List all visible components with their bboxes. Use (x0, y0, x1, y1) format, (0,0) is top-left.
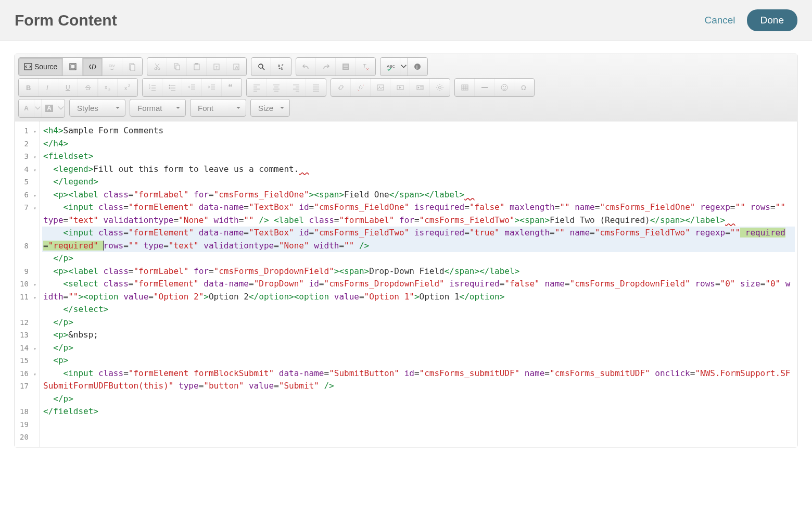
about-icon: i (413, 63, 422, 71)
svg-point-6 (155, 68, 157, 70)
align-center-button (267, 79, 286, 96)
subscript-button: x2 (98, 79, 118, 96)
svg-point-46 (505, 86, 506, 87)
svg-text:2: 2 (108, 88, 110, 92)
align-right-button (286, 79, 306, 96)
spellcheck-icon: ABC (386, 63, 395, 71)
subscript-icon: x2 (104, 83, 112, 92)
font-dropdown: Font (190, 99, 246, 117)
align-left-button (247, 79, 267, 96)
svg-rect-5 (131, 65, 135, 71)
replace-button[interactable]: ab (271, 58, 291, 76)
underline-icon: U (64, 83, 72, 92)
svg-point-45 (503, 86, 504, 87)
svg-point-34 (169, 85, 170, 86)
hr-icon (480, 83, 489, 92)
svg-text:B: B (26, 84, 31, 92)
numbered-list-button: 12 (143, 79, 162, 96)
smiley-icon (500, 83, 509, 92)
spellcheck-dropdown[interactable] (400, 58, 408, 76)
svg-text:a: a (278, 64, 280, 67)
svg-point-44 (501, 84, 508, 91)
templates-button[interactable] (63, 58, 83, 76)
svg-text:x: x (124, 85, 127, 91)
show-blocks-icon (88, 63, 97, 71)
special-char-icon: Ω (520, 83, 528, 92)
copy-button (167, 58, 187, 76)
svg-text:T: T (215, 66, 218, 69)
superscript-icon: x2 (123, 83, 132, 92)
paste-text-button: T (207, 58, 226, 76)
svg-text:W: W (235, 66, 238, 69)
div-icon: DIV (108, 63, 117, 71)
bg-color-dropdown (57, 99, 65, 117)
svg-point-41 (417, 87, 419, 89)
bg-color-icon: A (45, 105, 53, 112)
styles-dropdown: Styles (69, 99, 125, 117)
svg-point-7 (158, 68, 160, 70)
chevron-down-icon (34, 104, 41, 113)
special-char-button: Ω (514, 79, 534, 96)
source-button[interactable]: Source (19, 58, 63, 76)
indent-button (202, 79, 222, 96)
align-justify-button (306, 79, 326, 96)
svg-text:2: 2 (149, 86, 150, 90)
code-content[interactable]: <h4>Sample Form Comments</h4><fieldset> … (40, 121, 797, 447)
paste-icon (193, 63, 201, 71)
new-page-button (122, 58, 142, 76)
outdent-icon (188, 83, 196, 92)
text-color-icon: A (24, 105, 29, 112)
align-justify-icon (312, 83, 320, 92)
svg-text:2: 2 (128, 84, 130, 88)
svg-rect-43 (462, 85, 468, 90)
bold-icon: B (24, 83, 33, 92)
svg-text:i: i (416, 65, 417, 70)
card-icon (416, 83, 424, 92)
select-all-icon (341, 63, 350, 71)
about-button[interactable]: i (408, 58, 427, 76)
replace-icon: ab (277, 63, 285, 71)
strike-icon: S (84, 83, 92, 92)
align-center-icon (272, 83, 281, 92)
svg-rect-9 (176, 65, 180, 70)
svg-text:DIV: DIV (109, 64, 115, 68)
find-icon (257, 63, 265, 71)
find-button[interactable] (251, 58, 271, 76)
blockquote-icon: ❝ (227, 83, 236, 92)
underline-button: U (58, 79, 78, 96)
image-icon (376, 83, 385, 92)
paste-text-icon: T (212, 63, 221, 71)
svg-point-42 (439, 86, 441, 89)
spellcheck-button[interactable]: ABC (380, 58, 400, 76)
cancel-button[interactable]: Cancel (704, 15, 735, 26)
gear-icon (436, 83, 444, 92)
templates-icon (69, 63, 77, 71)
strike-button: S (78, 79, 98, 96)
link-icon (337, 83, 345, 92)
video-button (390, 79, 410, 96)
card-button (410, 79, 430, 96)
show-blocks-button[interactable] (83, 58, 103, 76)
bold-button: B (19, 79, 39, 96)
bg-color-button: A (42, 99, 57, 117)
text-color-dropdown (34, 99, 42, 117)
select-all-button (336, 58, 356, 76)
unlink-button (351, 79, 371, 96)
numbered-list-icon: 12 (148, 83, 157, 92)
hr-button (475, 79, 494, 96)
undo-button (296, 58, 316, 76)
code-editor[interactable]: 1 ▾2 3 ▾4 ▾5 6 ▾7 ▾8 9 10 ▾11 ▾12 13 14 … (15, 121, 797, 447)
paste-word-button: W (226, 58, 246, 76)
redo-icon (322, 63, 330, 71)
superscript-button: x2 (118, 79, 137, 96)
done-button[interactable]: Done (747, 9, 797, 31)
bulleted-list-icon (168, 83, 176, 92)
svg-rect-10 (194, 64, 199, 70)
cut-icon (153, 63, 161, 71)
svg-rect-2 (71, 65, 75, 69)
svg-text:Ω: Ω (521, 84, 526, 92)
table-icon (461, 83, 469, 92)
unlink-icon (357, 83, 365, 92)
italic-icon: I (44, 83, 53, 92)
link-button (331, 79, 351, 96)
